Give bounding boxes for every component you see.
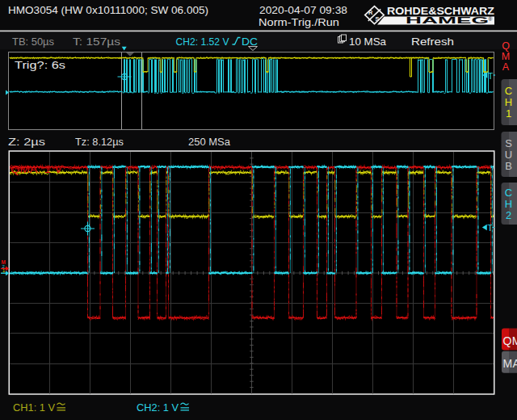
- svg-text:C: C: [505, 85, 512, 97]
- svg-text:M: M: [502, 51, 510, 62]
- svg-text:HAMEG: HAMEG: [406, 15, 489, 25]
- svg-text:T: T: [488, 71, 494, 81]
- svg-text:MA: MA: [503, 357, 517, 370]
- svg-text:Tz: 8.12µs: Tz: 8.12µs: [75, 136, 124, 148]
- svg-text:DC: DC: [242, 36, 258, 48]
- svg-text:QMA: 1 V: QMA: 1 V: [11, 163, 62, 175]
- svg-text:TB: 50µs: TB: 50µs: [12, 36, 54, 48]
- svg-text:Z: 2µs: Z: 2µs: [8, 136, 45, 148]
- svg-text:U: U: [505, 149, 512, 161]
- svg-text:B: B: [505, 160, 512, 172]
- svg-text:H: H: [505, 96, 512, 108]
- svg-text:Trig?: 6s: Trig?: 6s: [15, 59, 65, 71]
- svg-text:QM: QM: [503, 334, 517, 347]
- svg-text:250 MSa: 250 MSa: [188, 136, 230, 148]
- svg-text:Refresh: Refresh: [411, 36, 454, 48]
- svg-text:2020-04-07 09:38: 2020-04-07 09:38: [259, 4, 347, 16]
- svg-text:S: S: [505, 137, 512, 149]
- svg-text:H: H: [505, 198, 512, 210]
- svg-text:C: C: [505, 187, 512, 199]
- svg-text:A: A: [502, 61, 510, 73]
- svg-text:CH2: 1.52 V: CH2: 1.52 V: [176, 36, 229, 48]
- svg-text:CH2: 1 V: CH2: 1 V: [137, 401, 179, 414]
- svg-text:CH1: 1 V: CH1: 1 V: [13, 401, 55, 414]
- svg-text:Q: Q: [502, 40, 510, 52]
- svg-text:®: ®: [489, 16, 493, 22]
- svg-text:HMO3054 (HW 0x10111000; SW 06.: HMO3054 (HW 0x10111000; SW 06.005): [8, 4, 208, 16]
- svg-text:10 MSa: 10 MSa: [349, 36, 387, 48]
- svg-text:1: 1: [506, 107, 511, 120]
- svg-text:2: 2: [506, 209, 511, 221]
- svg-text:T: T: [487, 223, 493, 233]
- svg-text:T: 157µs: T: 157µs: [73, 36, 121, 48]
- svg-text:R: R: [368, 9, 373, 16]
- svg-text:Norm-Trig./Run: Norm-Trig./Run: [258, 16, 339, 28]
- svg-text:S: S: [376, 15, 380, 23]
